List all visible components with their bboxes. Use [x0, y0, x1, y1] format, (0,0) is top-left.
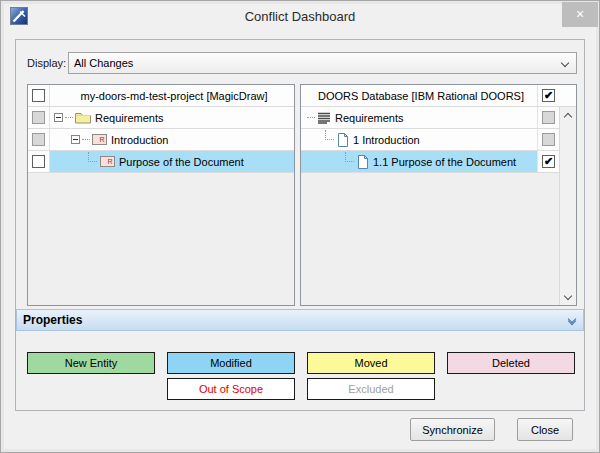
tree-item-label: Requirements — [335, 112, 403, 124]
chevron-down-icon[interactable] — [560, 289, 576, 305]
row-checkbox[interactable] — [542, 133, 555, 146]
row-checkbox checkbox-checked-icon[interactable] — [542, 155, 555, 168]
tree-row-requirements-doors[interactable]: Requirements — [301, 107, 576, 129]
tree-row-1-introduction[interactable]: 1 Introduction — [301, 129, 576, 151]
svg-text:R: R — [99, 136, 104, 143]
collapse-expander-icon[interactable] — [71, 135, 80, 144]
select-all-right-checkbox checkbox-checked-icon[interactable] — [542, 89, 555, 102]
double-chevron-down-icon[interactable] — [569, 316, 575, 324]
left-panel-title: my-doors-md-test-project [MagicDraw] — [80, 90, 267, 102]
folder-icon — [75, 111, 91, 124]
chevron-down-icon — [561, 59, 569, 67]
doors-tree-header: DOORS Database [IBM Rational DOORS] — [301, 85, 576, 107]
tree-row-purpose[interactable]: R Purpose of the Document — [28, 151, 294, 173]
close-button[interactable]: Close — [517, 418, 573, 441]
tree-item-label: Purpose of the Document — [119, 156, 244, 168]
legend-modified-button[interactable]: Modified — [167, 352, 295, 374]
tree-row-introduction[interactable]: R Introduction — [28, 129, 294, 151]
document-icon — [337, 133, 349, 147]
doors-module-icon — [317, 112, 331, 124]
requirement-icon: R — [92, 134, 107, 145]
properties-bar[interactable]: Properties — [16, 309, 584, 331]
conflict-dashboard-window: Conflict Dashboard × Display: All Change… — [0, 0, 600, 453]
display-label: Display: — [27, 57, 66, 69]
legend-deleted-button[interactable]: Deleted — [447, 352, 575, 374]
legend-excluded-button[interactable]: Excluded — [307, 378, 435, 400]
requirement-icon: R — [100, 156, 115, 167]
row-checkbox[interactable] — [32, 133, 45, 146]
display-dropdown[interactable]: All Changes — [68, 52, 577, 74]
properties-label: Properties — [23, 313, 569, 327]
legend-out-of-scope-button[interactable]: Out of Scope — [167, 378, 295, 400]
legend-moved-button[interactable]: Moved — [307, 352, 435, 374]
legend-new-entity-button[interactable]: New Entity — [27, 352, 155, 374]
vertical-scrollbar[interactable] — [559, 107, 576, 305]
close-icon[interactable]: × — [562, 2, 598, 27]
document-icon — [357, 155, 369, 169]
tree-row-requirements[interactable]: Requirements — [28, 107, 294, 129]
magicdraw-tree-panel: my-doors-md-test-project [MagicDraw] Req… — [27, 84, 295, 306]
tree-item-label: Requirements — [95, 112, 163, 124]
magicdraw-tree-header: my-doors-md-test-project [MagicDraw] — [28, 85, 294, 107]
window-title: Conflict Dashboard — [1, 9, 599, 24]
tree-item-label: Introduction — [111, 134, 168, 146]
svg-text:R: R — [107, 158, 112, 165]
select-all-left-checkbox[interactable] — [32, 89, 45, 102]
collapse-expander-icon[interactable] — [54, 113, 63, 122]
right-panel-title: DOORS Database [IBM Rational DOORS] — [318, 90, 524, 102]
title-bar: Conflict Dashboard × — [1, 1, 599, 31]
row-checkbox[interactable] — [542, 111, 555, 124]
synchronize-button[interactable]: Synchronize — [410, 418, 495, 441]
chevron-up-icon[interactable] — [560, 107, 576, 123]
tree-item-label: 1.1 Purpose of the Document — [373, 156, 516, 168]
row-checkbox[interactable] — [32, 111, 45, 124]
display-dropdown-value: All Changes — [74, 57, 133, 69]
tree-item-label: 1 Introduction — [353, 134, 420, 146]
doors-tree-panel: DOORS Database [IBM Rational DOORS] Requ… — [300, 84, 577, 306]
tree-row-11-purpose[interactable]: 1.1 Purpose of the Document — [301, 151, 576, 173]
row-checkbox[interactable] — [32, 155, 45, 168]
